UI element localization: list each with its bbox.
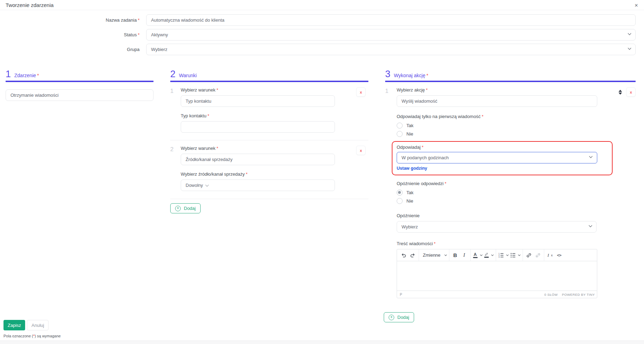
delete-condition-button[interactable]: x bbox=[356, 87, 366, 97]
radio-button-checked[interactable] bbox=[397, 190, 403, 196]
modal-header: Tworzenie zdarzenia ✕ bbox=[0, 0, 644, 10]
delete-condition-button[interactable]: x bbox=[356, 146, 366, 155]
section-conditions: 2 Warunki 1 Wybierz warunek* Typ kontakt… bbox=[170, 68, 368, 213]
section-underline bbox=[385, 81, 636, 82]
clear-formatting-icon[interactable]: Ix bbox=[546, 251, 554, 259]
radio-button[interactable] bbox=[397, 198, 403, 204]
condition-select[interactable]: Źródło/kanał sprzedaży bbox=[181, 154, 335, 165]
editor-toolbar: Zmienne B I A 123 bbox=[397, 249, 597, 261]
editor-status-bar: P 0 SŁÓW POWERED BY TINY bbox=[397, 291, 597, 298]
required-asterisk: * bbox=[208, 113, 209, 118]
status-label: Status* bbox=[0, 32, 140, 37]
link-icon[interactable] bbox=[525, 251, 533, 259]
condition-select[interactable]: Typ kontaktu bbox=[181, 95, 335, 107]
radio-button[interactable] bbox=[397, 123, 403, 129]
delete-action-button[interactable]: x bbox=[626, 87, 636, 97]
required-asterisk: * bbox=[138, 32, 140, 37]
close-icon[interactable]: ✕ bbox=[633, 2, 640, 9]
group-label: Grupa bbox=[0, 47, 140, 52]
contact-type-input[interactable] bbox=[181, 121, 335, 133]
condition-label: Wybierz warunek* bbox=[181, 146, 335, 151]
bullet-list-icon[interactable] bbox=[510, 251, 521, 259]
chevron-down-icon bbox=[518, 254, 521, 256]
required-asterisk: * bbox=[426, 87, 428, 93]
section-title: Wykonaj akcję* bbox=[394, 73, 428, 79]
divider bbox=[170, 140, 368, 140]
group-select[interactable]: Wybierz bbox=[146, 44, 636, 55]
contact-type-label-text: Typ kontaktu bbox=[181, 113, 207, 118]
chevron-down-icon bbox=[491, 254, 494, 256]
source-channel-value: Dowolny bbox=[186, 183, 203, 188]
event-type-input[interactable]: Otrzymanie wiadomości bbox=[6, 89, 153, 101]
word-count[interactable]: 0 SŁÓW bbox=[544, 293, 557, 297]
rich-text-editor: Zmienne B I A 123 bbox=[397, 249, 597, 298]
editor-content-area[interactable] bbox=[397, 261, 597, 291]
group-label-text: Grupa bbox=[127, 47, 140, 52]
task-name-value: Automatyczna wiadomość do klienta bbox=[151, 17, 224, 23]
ordered-list-icon[interactable]: 123 bbox=[498, 251, 509, 259]
respond-value: W podanych godzinach bbox=[402, 155, 449, 160]
note-suffix: ) są wymagane bbox=[35, 334, 61, 338]
reorder-handle-icon[interactable] bbox=[619, 90, 622, 95]
action-select[interactable]: Wyślij wiadomość bbox=[397, 95, 597, 107]
message-content-label-text: Treść wiadomości bbox=[397, 241, 433, 246]
add-condition-button[interactable]: + Dodaj bbox=[170, 203, 201, 213]
action-label-text: Wybierz akcję bbox=[397, 87, 425, 93]
bold-icon[interactable]: B bbox=[451, 251, 459, 259]
editor-block-path: P bbox=[400, 293, 402, 297]
source-channel-label: Wybierz źródło/kanał sprzedaży* bbox=[181, 171, 335, 177]
page-title: Tworzenie zdarzenia bbox=[6, 2, 54, 8]
section-title-text: Zdarzenie bbox=[14, 73, 36, 78]
action-label: Wybierz akcję* bbox=[397, 87, 597, 93]
status-row: Status* Aktywny bbox=[0, 29, 644, 41]
required-asterisk: * bbox=[444, 181, 446, 186]
set-hours-link[interactable]: Ustaw godziny bbox=[397, 166, 427, 171]
action-item-1: 1 Wybierz akcję* Wyślij wiadomość Odpowi… bbox=[385, 87, 636, 298]
event-creation-modal: Tworzenie zdarzenia ✕ Nazwa zadania* Aut… bbox=[0, 0, 644, 344]
section-event: 1 Zdarzenie* Otrzymanie wiadomości bbox=[6, 68, 153, 101]
required-asterisk: * bbox=[217, 146, 218, 151]
workflow-columns: 1 Zdarzenie* Otrzymanie wiadomości 2 War… bbox=[0, 68, 644, 313]
source-code-icon[interactable]: <> bbox=[555, 251, 563, 259]
item-index: 1 bbox=[385, 87, 397, 298]
unlink-icon[interactable] bbox=[534, 251, 542, 259]
item-index: 1 bbox=[170, 87, 181, 133]
task-name-row: Nazwa zadania* Automatyczna wiadomość do… bbox=[0, 14, 644, 26]
source-channel-select[interactable]: Dowolny bbox=[181, 180, 335, 191]
condition-label-text: Wybierz warunek bbox=[181, 87, 216, 93]
radio-label: Nie bbox=[406, 198, 413, 204]
condition-label-text: Wybierz warunek bbox=[181, 146, 216, 151]
text-color-letter: A bbox=[474, 252, 477, 257]
radio-button[interactable] bbox=[397, 131, 403, 137]
delay-option-no: Nie bbox=[397, 197, 597, 205]
section-title-text: Wykonaj akcję bbox=[394, 73, 425, 78]
required-asterisk: * bbox=[246, 171, 247, 177]
item-index: 2 bbox=[170, 146, 181, 191]
add-action-button[interactable]: + Dodaj bbox=[384, 312, 414, 322]
svg-text:3: 3 bbox=[499, 256, 500, 258]
save-button[interactable]: Zapisz bbox=[3, 320, 25, 330]
status-select[interactable]: Aktywny bbox=[146, 29, 636, 41]
chevron-down-icon bbox=[480, 254, 482, 256]
undo-icon[interactable] bbox=[399, 251, 408, 259]
task-name-input[interactable]: Automatyczna wiadomość do klienta bbox=[146, 14, 636, 26]
variables-dropdown[interactable]: Zmienne bbox=[421, 251, 447, 259]
delay-select[interactable]: Wybierz bbox=[397, 221, 597, 233]
plus-icon: + bbox=[389, 315, 394, 320]
respond-label-text: Odpowiadaj bbox=[397, 145, 421, 150]
section-underline bbox=[6, 81, 153, 82]
top-form: Nazwa zadania* Automatyczna wiadomość do… bbox=[0, 14, 644, 58]
message-content-label: Treść wiadomości* bbox=[397, 241, 597, 246]
first-message-label-text: Odpowiadaj tylko na pierwszą wiadomość bbox=[397, 114, 481, 119]
respond-select[interactable]: W podanych godzinach bbox=[397, 152, 597, 163]
text-color-icon[interactable]: A bbox=[472, 251, 483, 259]
delay-option-yes: Tak bbox=[397, 189, 597, 196]
italic-icon[interactable]: I bbox=[460, 251, 469, 259]
cancel-button[interactable]: Anuluj bbox=[27, 320, 48, 330]
chevron-down-icon bbox=[589, 155, 593, 158]
delay-value: Wybierz bbox=[402, 224, 418, 229]
footer: Zapisz Anuluj Pola oznaczone (*) są wyma… bbox=[3, 320, 61, 338]
highlight-color-icon[interactable] bbox=[484, 251, 494, 259]
required-asterisk: * bbox=[426, 73, 428, 78]
redo-icon[interactable] bbox=[409, 251, 417, 259]
